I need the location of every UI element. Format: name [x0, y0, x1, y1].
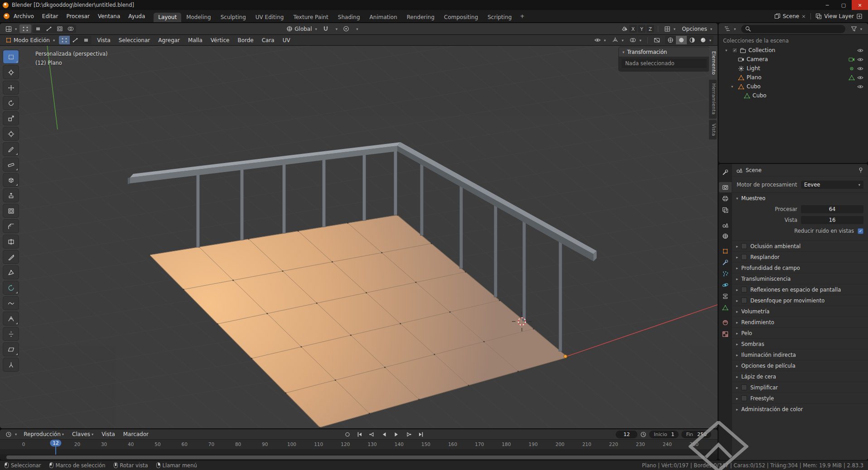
shading-material-button[interactable]: [687, 36, 698, 44]
viewport-menu-borde[interactable]: Borde: [233, 35, 257, 45]
workspace-tab-shading[interactable]: Shading: [333, 13, 365, 22]
tool-cursor[interactable]: [3, 66, 19, 79]
tool-bevel[interactable]: [3, 220, 19, 233]
section-rendimiento[interactable]: ▸Rendimiento: [732, 317, 868, 327]
section-volumetr-a[interactable]: ▸Volumetría: [732, 306, 868, 317]
mirror-y-toggle[interactable]: Y: [638, 25, 646, 33]
section-administraci-n-de-color[interactable]: ▸Administración de color: [732, 403, 868, 414]
edge-select-button[interactable]: [70, 36, 81, 44]
section-iluminaci-n-indirecta[interactable]: ▸Iluminación indirecta: [732, 349, 868, 360]
timeline-menu-vista[interactable]: Vista: [97, 429, 119, 439]
sampling-panel-header[interactable]: ▾ Muestreo: [732, 193, 868, 204]
section-l-piz-de-cera[interactable]: ▸Lápiz de cera: [732, 371, 868, 382]
mirror-x-toggle[interactable]: X: [629, 25, 637, 33]
properties-tab-texture[interactable]: [719, 329, 732, 339]
collection-checkbox[interactable]: ✓: [732, 48, 738, 53]
tool-scale[interactable]: [3, 112, 19, 125]
visibility-eye-icon[interactable]: [857, 48, 863, 53]
outliner-search-field[interactable]: [741, 25, 845, 33]
expander-icon[interactable]: ▾: [725, 48, 730, 53]
expander-icon[interactable]: ▾: [731, 84, 736, 89]
outliner-row-cubo[interactable]: ▾Cubo: [719, 82, 868, 91]
tool-edge-slide[interactable]: [3, 312, 19, 325]
timeline-menu-marcador[interactable]: Marcador: [119, 429, 153, 439]
tool-annotate[interactable]: [3, 143, 19, 156]
denoise-checkbox[interactable]: ✓: [858, 228, 863, 234]
section-checkbox-resplandor[interactable]: ✓: [741, 254, 747, 260]
shading-solid-button[interactable]: [676, 36, 687, 44]
timeline-ruler[interactable]: 0203040506070809010011012013014015016017…: [0, 439, 718, 449]
snap-settings-dropdown[interactable]: [332, 24, 340, 33]
proportional-falloff-dropdown[interactable]: [352, 24, 361, 33]
sidebar-tab-herramienta[interactable]: Herramienta: [709, 80, 717, 118]
tool-extrude-region[interactable]: [3, 189, 19, 202]
scene-browse-icon[interactable]: [774, 13, 781, 19]
properties-tab-constraints[interactable]: [719, 291, 732, 302]
mode-option-4-button[interactable]: [65, 24, 76, 33]
properties-tab-object-data[interactable]: [719, 302, 732, 313]
section-checkbox-simplificar[interactable]: ✓: [741, 384, 747, 390]
tool-rotate[interactable]: [3, 96, 19, 110]
properties-tab-physics[interactable]: [719, 280, 732, 290]
next-keyframe-button[interactable]: [403, 430, 415, 439]
properties-tab-scene[interactable]: [719, 220, 732, 230]
section-resplandor[interactable]: ▸✓Resplandor: [732, 251, 868, 262]
mode-option-2-button[interactable]: [43, 24, 54, 33]
tool-knife[interactable]: [3, 250, 19, 264]
workspace-tab-compositing[interactable]: Compositing: [439, 13, 482, 22]
scene-unlink-icon[interactable]: [801, 14, 806, 19]
tool-poly-build[interactable]: [3, 266, 19, 279]
blender-menu-icon[interactable]: [4, 13, 10, 19]
tool-shrink-fatten[interactable]: [3, 327, 19, 341]
snap-toggle[interactable]: [320, 24, 332, 33]
section-checkbox-reflexiones-en-espacio-de-pantalla[interactable]: ✓: [741, 287, 747, 293]
tool-add-cube[interactable]: [3, 173, 19, 187]
new-view-layer-icon[interactable]: [856, 13, 863, 19]
tool-loop-cut[interactable]: [3, 235, 19, 248]
engine-dropdown[interactable]: Eevee: [801, 181, 863, 189]
shading-rendered-button[interactable]: [698, 36, 714, 44]
outliner-row-camera[interactable]: Camera: [719, 55, 868, 64]
view-layer-selector[interactable]: View Layer: [824, 13, 854, 19]
outliner-filter-button[interactable]: [848, 24, 865, 33]
tool-rip-region[interactable]: [3, 358, 19, 371]
sidebar-tab-elemento[interactable]: Elemento: [709, 48, 717, 78]
section-reflexiones-en-espacio-de-pantalla[interactable]: ▸✓Reflexiones en espacio de pantalla: [732, 284, 868, 295]
tool-shear[interactable]: [3, 343, 19, 356]
workspace-tab-layout[interactable]: Layout: [154, 13, 181, 22]
tool-select-box[interactable]: [3, 50, 19, 63]
mode-option-1-button[interactable]: [33, 24, 43, 33]
field-value-procesar[interactable]: 64: [801, 205, 863, 213]
tool-smooth[interactable]: [3, 297, 19, 310]
overlays-dropdown[interactable]: [627, 36, 644, 44]
properties-tab-object[interactable]: [719, 246, 732, 256]
workspace-tab-sculpting[interactable]: Sculpting: [216, 13, 251, 22]
3d-viewport[interactable]: Personalizada (perspectiva) (12) Plano ▾…: [0, 46, 718, 428]
tweak-tool-button[interactable]: [19, 24, 31, 33]
section-opciones-de-pel-cula[interactable]: ▸Opciones de película: [732, 360, 868, 371]
minimize-button[interactable]: ─: [819, 0, 835, 10]
tool-inset-faces[interactable]: [3, 204, 19, 217]
workspace-tab-rendering[interactable]: Rendering: [402, 13, 439, 22]
visibility-eye-icon[interactable]: [857, 75, 863, 81]
menu-ayuda[interactable]: Ayuda: [124, 10, 149, 22]
close-button[interactable]: ×: [852, 0, 868, 10]
viewport-menu-cara[interactable]: Cara: [258, 35, 279, 45]
mirror-z-toggle[interactable]: Z: [646, 25, 654, 33]
workspace-tab-scripting[interactable]: Scripting: [483, 13, 516, 22]
section-checkbox-oclusi-n-ambiental[interactable]: ✓: [741, 243, 747, 249]
options-dropdown[interactable]: Opciones: [679, 24, 715, 33]
xray-toggle[interactable]: [651, 36, 663, 44]
add-workspace-button[interactable]: +: [516, 12, 528, 20]
play-button[interactable]: [391, 430, 402, 439]
menu-editar[interactable]: Editar: [38, 10, 63, 22]
timeline-track-area[interactable]: [0, 449, 718, 454]
section-simplificar[interactable]: ▸✓Simplificar: [732, 382, 868, 393]
tool-transform[interactable]: [3, 127, 19, 140]
frame-start-field[interactable]: Inicio1: [649, 431, 679, 438]
jump-to-end-button[interactable]: [415, 430, 427, 439]
properties-tab-material[interactable]: [719, 317, 732, 328]
viewport-menu-uv[interactable]: UV: [279, 35, 294, 45]
mode-option-3-button[interactable]: [54, 24, 65, 33]
jump-to-start-button[interactable]: [354, 430, 366, 439]
